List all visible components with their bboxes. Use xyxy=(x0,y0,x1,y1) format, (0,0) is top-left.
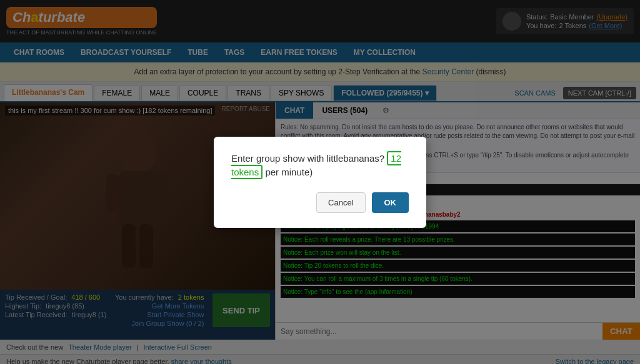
modal-text-before: Enter group show with littlebananas? xyxy=(231,153,384,164)
modal-buttons: Cancel OK xyxy=(231,192,409,213)
modal-dialog: Enter group show with littlebananas? 12 … xyxy=(214,137,426,228)
modal-cancel-button[interactable]: Cancel xyxy=(316,192,365,213)
modal-ok-button[interactable]: OK xyxy=(372,192,409,213)
modal-overlay: Enter group show with littlebananas? 12 … xyxy=(0,0,640,364)
modal-text: Enter group show with littlebananas? 12 … xyxy=(231,152,409,180)
modal-text-after: per minute) xyxy=(265,167,312,177)
